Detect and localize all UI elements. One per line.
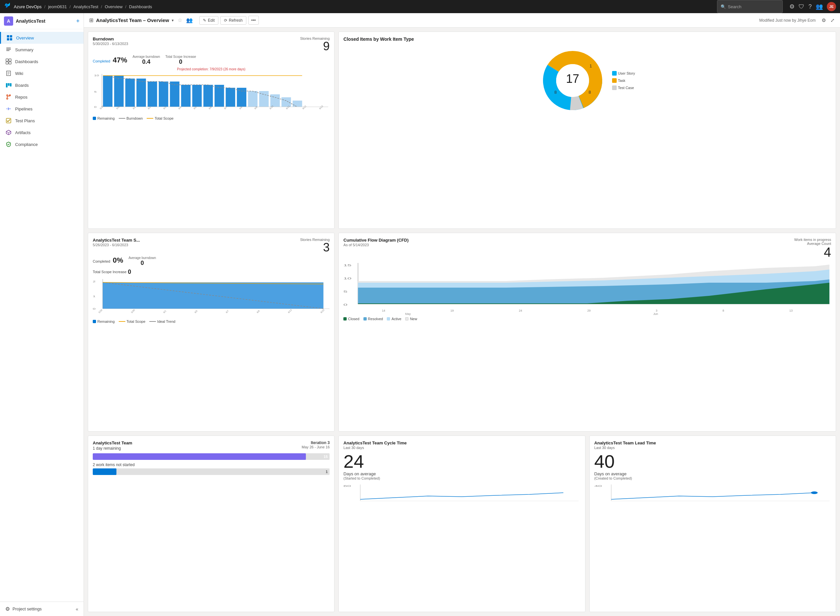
sidebar-item-pipelines[interactable]: Pipelines bbox=[0, 103, 84, 115]
refresh-label: Refresh bbox=[229, 18, 243, 23]
breadcrumb-sep2: / bbox=[69, 4, 71, 9]
cycle-value: 24 bbox=[344, 451, 364, 472]
breadcrumb-overview[interactable]: Overview bbox=[104, 4, 122, 9]
avatar[interactable]: JE bbox=[827, 2, 836, 11]
sidebar-item-artifacts[interactable]: Artifacts bbox=[0, 126, 84, 138]
sidebar-item-dashboards[interactable]: Dashboards bbox=[0, 56, 84, 67]
sprint-avg-value: 0 bbox=[141, 260, 144, 267]
boards-icon bbox=[5, 82, 12, 88]
progress-bar-1 bbox=[93, 453, 306, 460]
svg-rect-1 bbox=[10, 35, 12, 37]
refresh-button[interactable]: ⟳ Refresh bbox=[220, 16, 246, 25]
avg-burndown-label: Average burndown bbox=[132, 55, 160, 59]
logo-icon bbox=[4, 2, 11, 11]
donut-chart: 17 1 8 8 bbox=[540, 48, 605, 113]
sidebar-item-testplans[interactable]: Test Plans bbox=[0, 115, 84, 126]
svg-rect-34 bbox=[248, 91, 257, 107]
user-story-legend: User Story bbox=[618, 71, 635, 75]
svg-text:1: 1 bbox=[589, 63, 592, 68]
iteration-day-remaining: 1 day remaining bbox=[93, 446, 132, 451]
total-scope-label: Total Scope Increase bbox=[166, 55, 196, 59]
stories-remaining-value: 9 bbox=[323, 40, 330, 52]
breadcrumb-sep3: / bbox=[101, 4, 102, 9]
svg-rect-8 bbox=[9, 59, 11, 61]
svg-point-14 bbox=[7, 95, 8, 96]
svg-rect-5 bbox=[6, 49, 11, 50]
breadcrumb-analytics[interactable]: AnalyticsTest bbox=[73, 4, 98, 9]
cycle-desc: (Started to Completed) bbox=[344, 476, 580, 480]
dashboards-icon bbox=[5, 58, 12, 65]
breadcrumb-project[interactable]: jeom0631 bbox=[48, 4, 67, 9]
svg-text:15: 15 bbox=[344, 264, 352, 267]
search-box[interactable]: 🔍 bbox=[717, 0, 783, 13]
dashboard-header: ⊞ AnalyticsTest Team – Overview ▾ ☆ 👥 ✎ … bbox=[84, 13, 840, 28]
svg-rect-38 bbox=[293, 101, 302, 107]
burndown-legend-item: Burndown bbox=[126, 116, 143, 120]
help-icon[interactable]: ? bbox=[808, 3, 812, 10]
search-icon: 🔍 bbox=[721, 4, 726, 9]
pipelines-icon bbox=[5, 106, 12, 112]
sidebar-item-wiki[interactable]: Wiki bbox=[0, 67, 84, 79]
sprint-burndown-widget: AnalyticsTest Team S... 5/26/2023 - 6/16… bbox=[88, 233, 335, 432]
sidebar: A AnalyticsTest + Overview bbox=[0, 13, 84, 616]
repos-label: Repos bbox=[15, 95, 28, 100]
sidebar-item-boards[interactable]: Boards bbox=[0, 79, 84, 91]
compliance-label: Compliance bbox=[15, 142, 38, 147]
artifacts-icon bbox=[5, 129, 12, 136]
lead-time-widget: AnalyticsTest Team Lead Time Last 30 day… bbox=[589, 436, 836, 612]
shield-icon[interactable]: 🛡 bbox=[799, 3, 805, 10]
settings-icon[interactable]: ⚙ bbox=[789, 3, 794, 10]
testplans-icon bbox=[5, 117, 12, 124]
sidebar-nav: Overview Summary bbox=[0, 29, 84, 601]
chevron-down-icon[interactable]: ▾ bbox=[172, 18, 174, 23]
sprint-total-scope-label: Total Scope Increase bbox=[93, 270, 126, 274]
cfd-chart: 15 10 5 0 bbox=[344, 261, 831, 315]
svg-text:8: 8 bbox=[588, 90, 591, 95]
sprint-legend: Remaining Total Scope Ideal Trend bbox=[93, 320, 330, 323]
cycle-title: AnalyticsTest Team Cycle Time bbox=[344, 440, 407, 445]
svg-text:10: 10 bbox=[94, 74, 99, 77]
sidebar-item-overview[interactable]: Overview bbox=[0, 32, 84, 44]
cycle-time-widget: AnalyticsTest Team Cycle Time Last 30 da… bbox=[338, 436, 585, 612]
expand-icon[interactable]: ⤢ bbox=[830, 18, 835, 23]
cfd-work-items-label: Work items in progress bbox=[794, 238, 831, 242]
svg-text:5: 5 bbox=[94, 90, 97, 93]
iteration-label: Iteration 3 bbox=[302, 440, 330, 445]
breadcrumb-dashboards[interactable]: Dashboards bbox=[129, 4, 152, 9]
svg-text:17: 17 bbox=[566, 72, 579, 85]
sidebar-item-summary[interactable]: Summary bbox=[0, 44, 84, 56]
dashboard-settings-icon[interactable]: ⚙ bbox=[822, 18, 826, 23]
summary-icon bbox=[5, 46, 12, 53]
people-icon[interactable]: 👥 bbox=[816, 3, 823, 10]
lead-chart: 40 bbox=[594, 483, 831, 504]
burndown-title: Burndown bbox=[93, 37, 128, 41]
org-name[interactable]: Azure DevOps bbox=[14, 4, 42, 9]
edit-button[interactable]: ✎ Edit bbox=[199, 16, 218, 25]
more-options-button[interactable]: ••• bbox=[248, 16, 259, 25]
edit-label: Edit bbox=[208, 18, 215, 23]
settings-gear-icon: ⚙ bbox=[5, 606, 10, 612]
svg-rect-3 bbox=[10, 38, 12, 40]
svg-rect-27 bbox=[170, 82, 179, 107]
project-settings-link[interactable]: ⚙ Project settings « bbox=[0, 601, 84, 616]
completed-value: 47% bbox=[113, 56, 127, 64]
iteration-title: AnalyticsTest Team bbox=[93, 440, 132, 445]
sidebar-item-compliance[interactable]: Compliance bbox=[0, 138, 84, 150]
search-input[interactable] bbox=[728, 4, 779, 9]
closed-items-title: Closed Items by Work Item Type bbox=[344, 37, 831, 42]
lead-value: 40 bbox=[594, 451, 615, 472]
collapse-button[interactable]: « bbox=[76, 606, 78, 612]
people-group-icon[interactable]: 👥 bbox=[186, 17, 193, 23]
svg-text:5: 5 bbox=[344, 290, 347, 293]
sidebar-item-repos[interactable]: Repos bbox=[0, 91, 84, 103]
sprint-date: 5/26/2023 - 6/16/2023 bbox=[93, 243, 140, 247]
svg-rect-0 bbox=[7, 35, 9, 37]
cycle-subtitle: Last 30 days bbox=[344, 446, 407, 450]
star-icon[interactable]: ☆ bbox=[178, 17, 182, 23]
add-project-button[interactable]: + bbox=[76, 18, 79, 25]
svg-rect-26 bbox=[159, 82, 168, 107]
remaining-legend: Remaining bbox=[97, 116, 115, 120]
overview-label: Overview bbox=[16, 35, 34, 40]
iteration-widget: AnalyticsTest Team 1 day remaining Itera… bbox=[88, 436, 335, 612]
sprint-completed-label: Completed bbox=[93, 260, 110, 263]
